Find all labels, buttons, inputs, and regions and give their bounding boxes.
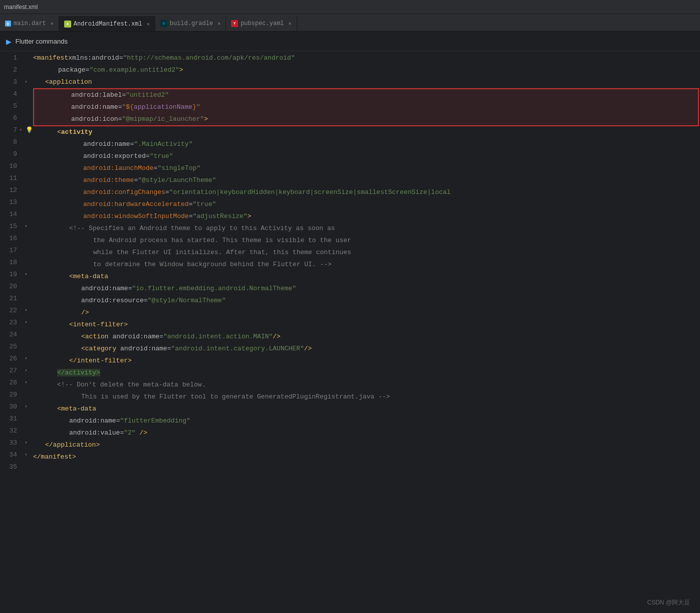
code-line-13: android:hardwareAccelerated="true": [31, 198, 700, 211]
tab-main-dart-close[interactable]: ✕: [51, 21, 54, 27]
code-line-11: android:theme="@style/LaunchTheme": [31, 174, 700, 186]
tab-android-manifest-close[interactable]: ✕: [147, 21, 150, 27]
code-line-30: <meta-data: [31, 403, 700, 415]
code-line-14: android:windowSoftInputMode="adjustResiz…: [31, 211, 700, 223]
code-line-35: [31, 463, 700, 475]
fold-icon-28[interactable]: ▾: [25, 377, 28, 389]
tab-pubspec-yaml[interactable]: Y pubspec.yaml ✕: [226, 16, 297, 31]
code-line-3: <application: [31, 76, 700, 88]
fold-icon-3[interactable]: ▾: [25, 76, 28, 88]
code-line-18: to determine the Window background behin…: [31, 259, 700, 271]
watermark: CSDN @阿大豆: [647, 598, 690, 607]
fold-icon-23[interactable]: ▾: [25, 317, 28, 329]
code-line-1: <manifest xmlns:android="http://schemas.…: [31, 52, 700, 64]
code-line-16: the Android process has started. This th…: [31, 235, 700, 247]
tab-build-gradle-label: build.gradle: [170, 20, 213, 27]
code-content: <manifest xmlns:android="http://schemas.…: [31, 51, 700, 613]
code-line-15: <!-- Specifies an Android theme to apply…: [31, 223, 700, 235]
fold-icon-34[interactable]: ▾: [25, 449, 28, 461]
fold-icon-7[interactable]: ▾: [19, 124, 22, 136]
code-line-6: android:icon="@mipmap/ic_launcher">: [34, 113, 698, 125]
code-line-29: This is used by the Flutter tool to gene…: [31, 391, 700, 403]
line-numbers: 12345 678910 1112131415 1617181920 21222…: [0, 51, 21, 613]
fold-icon-22[interactable]: ▾: [25, 305, 28, 317]
code-line-7: <activity: [31, 126, 700, 138]
tab-main-dart-label: main.dart: [14, 20, 46, 27]
code-line-17: while the Flutter UI initializes. After …: [31, 247, 700, 259]
fold-icon-30[interactable]: ▾: [25, 401, 28, 413]
code-line-10: android:launchMode="singleTop": [31, 162, 700, 174]
code-line-33: </application>: [31, 439, 700, 451]
code-line-12: android:configChanges="orientation|keybo…: [31, 186, 700, 198]
tab-main-dart[interactable]: D main.dart ✕: [0, 16, 59, 31]
tab-android-manifest-label: AndroidManifest.xml: [74, 21, 142, 28]
gradle-icon: G: [160, 20, 167, 27]
flutter-commands-label: Flutter commands: [16, 38, 68, 45]
tab-pubspec-yaml-label: pubspec.yaml: [241, 20, 284, 27]
code-line-9: android:exported="true": [31, 150, 700, 162]
code-line-24: <action android:name="android.intent.act…: [31, 331, 700, 343]
flutter-commands-bar[interactable]: ▶ Flutter commands: [0, 32, 700, 51]
code-line-26: </intent-filter>: [31, 355, 700, 367]
title-text: manifest.xml: [4, 4, 38, 11]
fold-icon-26[interactable]: ▾: [25, 353, 28, 365]
gutter: ▾ ▾ 💡 ▾ ▾ ▾ ▾ ▾ ▾ ▾ ▾ ▾ ▾: [21, 51, 31, 613]
fold-icon-19[interactable]: ▾: [25, 269, 28, 281]
code-line-27: </activity>: [31, 367, 700, 379]
tabs-bar: D main.dart ✕ A AndroidManifest.xml ✕ G …: [0, 14, 700, 32]
tab-build-gradle-close[interactable]: ✕: [217, 21, 220, 27]
tab-pubspec-yaml-close[interactable]: ✕: [289, 21, 292, 27]
dart-icon: D: [5, 21, 11, 27]
code-line-28: <!-- Don't delete the meta-data below.: [31, 379, 700, 391]
code-line-31: android:name="flutterEmbedding": [31, 415, 700, 427]
code-editor[interactable]: 12345 678910 1112131415 1617181920 21222…: [0, 51, 700, 613]
code-line-20: android:name="io.flutter.embedding.andro…: [31, 283, 700, 295]
code-line-23: <intent-filter>: [31, 319, 700, 331]
fold-icon-27[interactable]: ▾: [25, 365, 28, 377]
tab-build-gradle[interactable]: G build.gradle ✕: [155, 16, 226, 31]
flutter-icon: ▶: [6, 36, 12, 47]
yaml-icon: Y: [231, 20, 238, 27]
code-line-4: android:label="untitled2": [34, 89, 698, 101]
fold-icon-15[interactable]: ▾: [25, 221, 28, 233]
android-icon: A: [64, 21, 71, 28]
fold-icon-33[interactable]: ▾: [25, 437, 28, 449]
code-line-25: <category android:name="android.intent.c…: [31, 343, 700, 355]
code-line-32: android:value="2" />: [31, 427, 700, 439]
highlighted-block: android:label="untitled2" android:name="…: [33, 88, 699, 126]
code-line-22: />: [31, 307, 700, 319]
code-line-8: android:name=".MainActivity": [31, 138, 700, 150]
bulb-icon-7[interactable]: 💡: [26, 124, 33, 136]
code-line-21: android:resource="@style/NormalTheme": [31, 295, 700, 307]
tab-android-manifest[interactable]: A AndroidManifest.xml ✕: [59, 16, 155, 31]
code-line-34: </manifest>: [31, 451, 700, 463]
code-line-19: <meta-data: [31, 271, 700, 283]
title-bar: manifest.xml: [0, 0, 700, 14]
code-line-5: android:name="${applicationName}": [34, 101, 698, 113]
code-line-2: package="com.example.untitled2">: [31, 64, 700, 76]
